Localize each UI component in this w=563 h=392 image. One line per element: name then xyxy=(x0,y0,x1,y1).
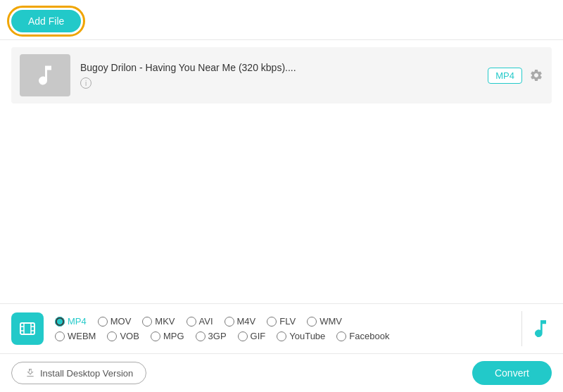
format-badge[interactable]: MP4 xyxy=(488,68,522,84)
file-name: Bugoy Drilon - Having You Near Me (320 k… xyxy=(80,62,478,73)
info-icon[interactable]: i xyxy=(80,77,91,89)
format-selector: MP4 MOV MKV AVI M4V xyxy=(0,304,563,354)
convert-button[interactable]: Convert xyxy=(472,361,552,385)
file-thumbnail xyxy=(20,54,70,96)
format-option-mpg[interactable]: MPG xyxy=(151,331,196,341)
install-label: Install Desktop Version xyxy=(40,368,133,379)
format-option-mov[interactable]: MOV xyxy=(98,316,143,327)
format-option-gif[interactable]: GIF xyxy=(238,331,277,341)
format-option-m4v[interactable]: M4V xyxy=(224,316,267,327)
format-icon-box xyxy=(11,312,44,345)
settings-icon[interactable] xyxy=(529,68,543,82)
format-option-facebook[interactable]: Facebook xyxy=(336,331,400,341)
format-option-flv[interactable]: FLV xyxy=(267,316,307,327)
music-note-icon xyxy=(32,63,58,88)
install-desktop-button[interactable]: Install Desktop Version xyxy=(11,362,146,384)
format-option-3gp[interactable]: 3GP xyxy=(196,331,238,341)
divider xyxy=(521,311,522,346)
format-option-avi[interactable]: AVI xyxy=(186,316,224,327)
file-actions: MP4 xyxy=(488,68,543,84)
file-item: Bugoy Drilon - Having You Near Me (320 k… xyxy=(11,47,552,103)
format-option-mp4[interactable]: MP4 xyxy=(55,316,98,327)
film-icon xyxy=(19,320,36,337)
top-bar: Add File xyxy=(0,0,563,40)
add-file-button[interactable]: Add File xyxy=(11,10,81,32)
format-option-wmv[interactable]: WMV xyxy=(307,316,353,327)
file-list: Bugoy Drilon - Having You Near Me (320 k… xyxy=(0,40,563,110)
music-format-icon[interactable] xyxy=(529,317,552,340)
bottom-area: MP4 MOV MKV AVI M4V xyxy=(0,303,563,392)
download-icon xyxy=(25,367,36,379)
content-area xyxy=(0,110,563,293)
file-info: Bugoy Drilon - Having You Near Me (320 k… xyxy=(80,62,478,89)
format-option-youtube[interactable]: YouTube xyxy=(277,331,336,341)
svg-rect-0 xyxy=(20,323,34,334)
action-bar: Install Desktop Version Convert xyxy=(0,354,563,392)
format-option-mkv[interactable]: MKV xyxy=(142,316,186,327)
format-option-webm[interactable]: WEBM xyxy=(55,331,107,341)
format-option-vob[interactable]: VOB xyxy=(107,331,150,341)
